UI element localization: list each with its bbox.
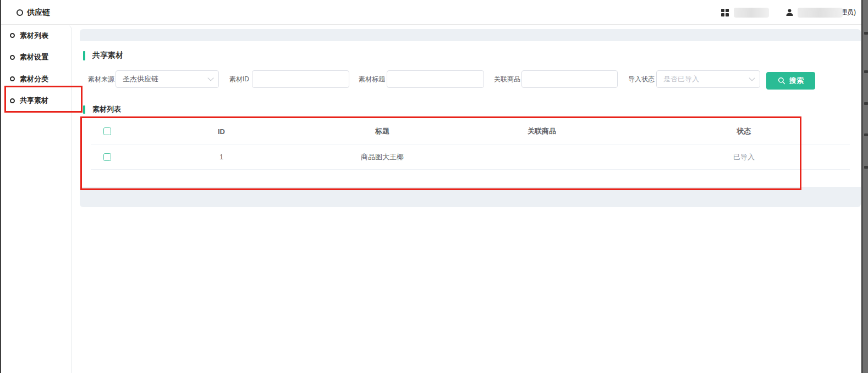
filter-bar: 素材来源 圣杰供应链 素材ID 素材标题 关联商品 导入状态 是否已导入 搜索 xyxy=(0,70,868,89)
circle-bullet-icon xyxy=(10,98,15,103)
material-table: ID 标题 关联商品 状态 1 商品图大王椰 已导入 xyxy=(91,119,850,170)
cell-title: 商品图大王椰 xyxy=(319,152,446,162)
redacted-username xyxy=(798,8,843,18)
screen-left-border xyxy=(0,0,1,373)
accent-bar xyxy=(83,105,85,114)
material-source-select[interactable]: 圣杰供应链 xyxy=(116,70,219,88)
import-status-select[interactable]: 是否已导入 xyxy=(656,70,760,88)
related-product-input[interactable] xyxy=(521,70,618,88)
row-checkbox[interactable] xyxy=(103,153,111,161)
app-logo-icon xyxy=(17,9,23,16)
table-row: 1 商品图大王椰 已导入 xyxy=(91,144,850,170)
column-header-related-product: 关联商品 xyxy=(446,126,638,136)
chevron-down-icon xyxy=(207,75,213,81)
search-icon xyxy=(778,77,785,85)
material-id-input[interactable] xyxy=(252,70,349,88)
material-list-section-header: 素材列表 xyxy=(83,104,121,114)
accent-bar xyxy=(83,51,85,60)
search-button[interactable]: 搜索 xyxy=(766,72,815,90)
column-header-title: 标题 xyxy=(319,126,446,136)
sidebar: 素材列表 素材设置 素材分类 共享素材 xyxy=(0,25,72,373)
circle-bullet-icon xyxy=(10,33,15,38)
sidebar-item-material-category[interactable]: 素材分类 xyxy=(0,68,72,90)
material-title-input[interactable] xyxy=(387,70,484,88)
user-avatar-icon[interactable] xyxy=(785,8,794,16)
adjacent-window-sliver xyxy=(861,0,868,373)
app-title: 供应链 xyxy=(27,8,50,18)
topbar: 供应链 管理员) xyxy=(0,0,868,25)
column-header-id: ID xyxy=(124,127,319,136)
sidebar-item-material-settings[interactable]: 素材设置 xyxy=(0,47,72,69)
filter-label-import-status: 导入状态 xyxy=(628,70,655,88)
filter-label-material-id: 素材ID xyxy=(229,70,249,88)
filter-label-related-product: 关联商品 xyxy=(494,70,520,88)
circle-bullet-icon xyxy=(10,76,15,81)
app-brand: 供应链 xyxy=(17,0,50,25)
redacted-workspace-name xyxy=(734,8,769,18)
apps-grid-icon[interactable] xyxy=(721,9,729,16)
select-all-checkbox[interactable] xyxy=(103,127,111,135)
column-header-status: 状态 xyxy=(638,126,850,136)
cell-id: 1 xyxy=(124,153,319,161)
shared-material-section-header: 共享素材 xyxy=(83,51,123,60)
sidebar-item-material-list[interactable]: 素材列表 xyxy=(0,25,72,47)
circle-bullet-icon xyxy=(10,55,15,60)
cell-status: 已导入 xyxy=(638,152,850,162)
topbar-right: 管理员) xyxy=(721,0,856,25)
sidebar-item-shared-material[interactable]: 共享素材 xyxy=(0,90,72,112)
filter-label-source: 素材来源 xyxy=(88,70,114,88)
filter-label-material-title: 素材标题 xyxy=(359,70,385,88)
chevron-down-icon xyxy=(749,75,755,81)
table-header-row: ID 标题 关联商品 状态 xyxy=(91,119,850,144)
